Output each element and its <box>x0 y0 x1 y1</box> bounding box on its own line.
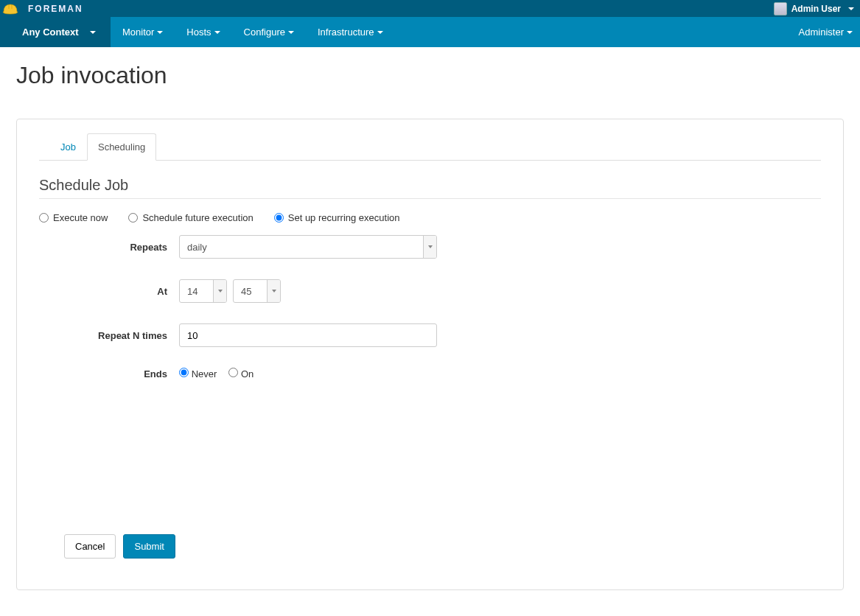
avatar-icon <box>774 2 787 15</box>
schedule-mode-radios: Execute now Schedule future execution Se… <box>39 212 821 223</box>
nav-administer[interactable]: Administer <box>787 17 860 47</box>
cancel-button[interactable]: Cancel <box>64 534 116 559</box>
radio-ends-on[interactable]: On <box>228 368 254 379</box>
chevron-down-icon <box>213 280 226 302</box>
at-label: At <box>39 286 179 297</box>
nav-monitor[interactable]: Monitor <box>111 17 175 47</box>
tab-bar: Job Scheduling <box>39 133 821 161</box>
repeat-n-input[interactable] <box>179 323 437 347</box>
chevron-down-icon <box>423 236 436 258</box>
caret-down-icon <box>288 31 294 34</box>
ends-label: Ends <box>39 368 179 379</box>
tab-job[interactable]: Job <box>49 133 87 161</box>
caret-down-icon <box>157 31 163 34</box>
nav-infrastructure[interactable]: Infrastructure <box>306 17 395 47</box>
page-title: Job invocation <box>16 62 844 89</box>
at-hour-select[interactable]: 14 <box>179 279 227 303</box>
nav-hosts[interactable]: Hosts <box>175 17 231 47</box>
nav-configure[interactable]: Configure <box>232 17 306 47</box>
caret-down-icon <box>214 31 220 34</box>
user-name: Admin User <box>791 4 841 14</box>
top-header-bar: FOREMAN Admin User <box>0 0 860 17</box>
main-nav: Any Context Monitor Hosts Configure Infr… <box>0 17 860 47</box>
form-panel: Job Scheduling Schedule Job Execute now … <box>16 119 844 590</box>
at-hour-value: 14 <box>180 280 213 302</box>
repeats-label: Repeats <box>39 242 179 253</box>
radio-schedule-future-input[interactable] <box>128 213 138 223</box>
caret-down-icon <box>90 31 96 34</box>
form-actions: Cancel Submit <box>64 534 175 559</box>
radio-ends-never-input[interactable] <box>179 368 189 377</box>
radio-execute-now-input[interactable] <box>39 213 49 223</box>
at-minute-select[interactable]: 45 <box>233 279 281 303</box>
radio-recurring[interactable]: Set up recurring execution <box>274 212 400 223</box>
tab-scheduling[interactable]: Scheduling <box>87 133 156 161</box>
caret-down-icon <box>848 7 854 10</box>
radio-ends-on-input[interactable] <box>228 368 238 377</box>
context-selector[interactable]: Any Context <box>0 17 111 47</box>
user-menu[interactable]: Admin User <box>774 2 854 15</box>
brand-text: FOREMAN <box>28 4 83 14</box>
submit-button[interactable]: Submit <box>123 534 175 559</box>
context-label: Any Context <box>22 27 79 38</box>
radio-execute-now[interactable]: Execute now <box>39 212 108 223</box>
section-title: Schedule Job <box>39 177 821 199</box>
repeat-n-label: Repeat N times <box>39 330 179 341</box>
at-minute-value: 45 <box>234 280 267 302</box>
caret-down-icon <box>847 31 853 34</box>
radio-schedule-future[interactable]: Schedule future execution <box>128 212 253 223</box>
radio-recurring-input[interactable] <box>274 213 284 223</box>
caret-down-icon <box>377 31 383 34</box>
helmet-icon <box>0 0 21 17</box>
radio-ends-never[interactable]: Never <box>179 368 217 379</box>
repeats-value: daily <box>180 236 423 258</box>
brand[interactable]: FOREMAN <box>0 0 83 17</box>
repeats-select[interactable]: daily <box>179 235 437 259</box>
chevron-down-icon <box>267 280 280 302</box>
